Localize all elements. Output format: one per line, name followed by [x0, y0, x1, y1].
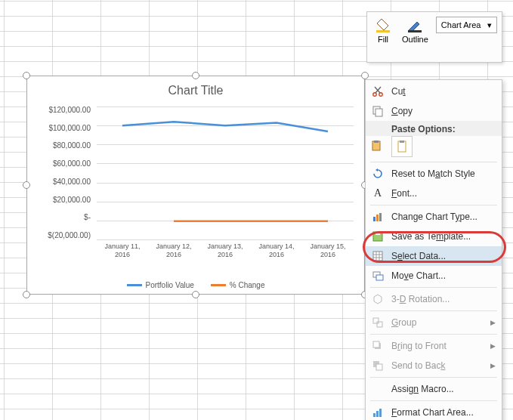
svg-rect-25 [376, 411, 379, 417]
menu-group: Group ▶ [366, 313, 502, 332]
svg-rect-26 [379, 409, 382, 417]
menu-save-template[interactable]: Save as Template... [366, 227, 502, 246]
menu-label: Send to Back [391, 360, 445, 371]
chart-title[interactable]: Chart Title [27, 76, 364, 102]
resize-handle[interactable] [23, 291, 30, 298]
fill-label: Fill [378, 35, 388, 44]
menu-label: Copy [391, 106, 413, 116]
resize-handle[interactable] [23, 181, 30, 189]
legend-swatch [127, 284, 142, 286]
legend-item-portfolio[interactable]: Portfolio Value [127, 281, 194, 289]
svg-rect-1 [408, 30, 422, 32]
menu-format-chart-area[interactable]: Format Chart Area... [366, 403, 502, 420]
menu-separator [370, 205, 497, 205]
x-axis-labels: January 11,2016January 12,2016January 13… [97, 242, 354, 265]
group-icon [370, 315, 385, 330]
svg-point-2 [373, 93, 376, 96]
plot-area[interactable]: $120,000.00$100,000.00$80,000.00$60,000.… [35, 107, 357, 261]
menu-label: Cut [391, 86, 406, 97]
menu-label: Bring to Front [391, 341, 447, 351]
menu-separator [370, 377, 497, 378]
format-area-icon [370, 405, 385, 420]
outline-label: Outline [402, 35, 428, 44]
paste-option-button[interactable] [391, 136, 413, 157]
svg-rect-7 [374, 141, 379, 143]
svg-rect-21 [373, 341, 379, 347]
y-axis-labels: $120,000.00$100,000.00$80,000.00$60,000.… [35, 107, 94, 239]
rotation-icon [370, 292, 385, 307]
copy-icon [370, 103, 385, 119]
chevron-down-icon: ▾ [487, 20, 492, 30]
svg-rect-17 [376, 275, 383, 280]
menu-move-chart[interactable]: Move Chart... [366, 266, 502, 286]
svg-rect-5 [375, 109, 382, 116]
menu-select-data[interactable]: Select Data... [366, 246, 502, 266]
resize-handle[interactable] [361, 72, 369, 79]
save-template-icon [370, 229, 385, 244]
font-icon: A [370, 186, 385, 201]
legend-label: Portfolio Value [146, 281, 194, 289]
send-back-icon [370, 358, 385, 373]
menu-label: Save as Template... [391, 231, 471, 242]
chart-object[interactable]: Chart Title $120,000.00$100,000.00$80,00… [26, 76, 365, 295]
legend-label: % Change [230, 281, 265, 289]
menu-label: 3-D Rotation... [391, 294, 450, 304]
fill-button[interactable]: Fill [372, 15, 394, 45]
submenu-arrow-icon: ▶ [490, 319, 496, 326]
svg-rect-15 [373, 252, 382, 261]
svg-rect-23 [376, 364, 382, 370]
menu-separator [370, 310, 497, 311]
chart-type-icon [370, 209, 385, 224]
legend[interactable]: Portfolio Value % Change [27, 281, 364, 289]
menu-separator [370, 162, 497, 162]
menu-label: Group [391, 317, 416, 328]
menu-cut[interactable]: Cut [366, 82, 502, 101]
svg-rect-8 [398, 141, 406, 152]
menu-label: Move Chart... [391, 270, 446, 281]
context-menu: Cut Copy Paste Options: Reset to Match S… [365, 79, 502, 420]
submenu-arrow-icon: ▶ [490, 362, 496, 369]
reset-icon [370, 166, 385, 181]
outline-button[interactable]: Outline [399, 15, 431, 45]
svg-rect-14 [375, 232, 380, 235]
submenu-arrow-icon: ▶ [490, 342, 496, 350]
menu-label: Reset to Match Style [391, 168, 475, 179]
svg-rect-24 [373, 413, 375, 417]
macro-icon [370, 381, 385, 397]
legend-swatch [211, 284, 226, 286]
menu-change-chart-type[interactable]: Change Chart Type... [366, 207, 502, 227]
menu-separator [370, 287, 497, 288]
svg-rect-18 [373, 318, 379, 323]
menu-separator [370, 334, 497, 335]
menu-send-back: Send to Back ▶ [366, 356, 502, 375]
chart-lines [97, 107, 354, 240]
menu-label: Assign Macro... [391, 384, 454, 394]
menu-label: Format Chart Area... [391, 407, 474, 418]
menu-separator [370, 400, 497, 401]
selector-value: Chart Area [441, 20, 481, 29]
menu-label: Change Chart Type... [391, 212, 477, 222]
resize-handle[interactable] [192, 291, 199, 298]
move-chart-icon [370, 268, 385, 283]
menu-copy[interactable]: Copy [366, 101, 502, 121]
menu-label: Font... [391, 188, 417, 199]
resize-handle[interactable] [192, 72, 199, 79]
select-data-icon [370, 249, 385, 264]
svg-rect-12 [379, 213, 382, 221]
menu-font[interactable]: A Font... [366, 184, 502, 203]
mini-toolbar: Fill Outline Chart Area ▾ [366, 11, 502, 63]
resize-handle[interactable] [23, 72, 30, 79]
svg-rect-10 [373, 217, 375, 221]
chart-element-selector[interactable]: Chart Area ▾ [436, 17, 497, 33]
svg-rect-9 [400, 141, 404, 143]
menu-bring-front: Bring to Front ▶ [366, 336, 502, 356]
svg-point-3 [379, 93, 382, 96]
menu-label: Select Data... [391, 251, 446, 261]
menu-assign-macro[interactable]: Assign Macro... [366, 379, 502, 399]
menu-reset-style[interactable]: Reset to Match Style [366, 164, 502, 184]
cut-icon [370, 84, 385, 99]
paste-options-header: Paste Options: [366, 121, 502, 136]
legend-item-pctchange[interactable]: % Change [211, 281, 265, 289]
menu-3d-rotation: 3-D Rotation... [366, 289, 502, 309]
svg-rect-19 [377, 322, 382, 327]
